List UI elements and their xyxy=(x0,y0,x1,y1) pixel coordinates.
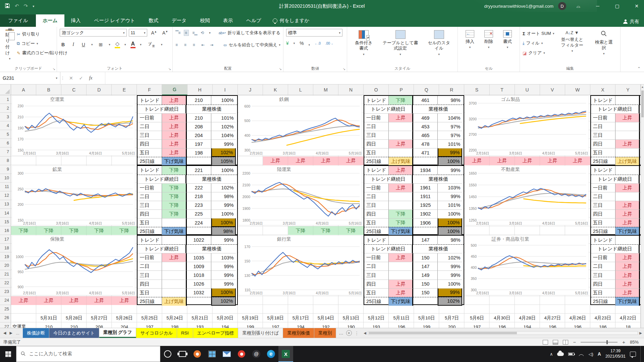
edge-icon[interactable]: e xyxy=(264,346,278,362)
sheet-tab-業種別[interactable]: 業種別 xyxy=(314,328,336,338)
font-dialog-launcher-icon[interactable]: ↘ xyxy=(168,67,171,71)
row27-label[interactable]: 空運業 xyxy=(11,322,36,328)
date-cell[interactable]: 5月10日 xyxy=(414,314,439,322)
strip-cell-下降[interactable]: 下降 xyxy=(87,226,112,235)
cell[interactable]: 100% xyxy=(211,209,236,218)
cell[interactable]: 四日 xyxy=(364,280,389,288)
share-button[interactable]: 共有 xyxy=(623,18,639,25)
cell[interactable]: 上昇 xyxy=(615,288,640,297)
cell[interactable]: 上昇 xyxy=(162,253,186,262)
cell[interactable]: 業種株価 xyxy=(413,175,464,183)
cell[interactable]: 一日前 xyxy=(138,183,162,192)
cell[interactable] xyxy=(615,236,640,244)
cell[interactable]: 471 xyxy=(413,148,438,157)
decrease-font-icon[interactable]: A▼ xyxy=(161,30,170,36)
cell[interactable]: 一日前 xyxy=(364,253,389,262)
cell[interactable]: 469 xyxy=(413,113,438,122)
cell[interactable]: 1009 xyxy=(187,262,211,270)
page-break-view-icon[interactable] xyxy=(563,340,568,345)
trend-table-不動産業[interactable]: トレンドトレンド継続日業種株価一日前上昇二日三日上昇四日上昇五日上昇25日線下げ… xyxy=(590,165,644,235)
cell[interactable]: 上昇 xyxy=(615,201,640,209)
battery-icon[interactable] xyxy=(568,353,574,356)
account-email[interactable]: dryyourtearswithlove1@gmail.com xyxy=(484,4,553,9)
date-cell[interactable]: 5月25日 xyxy=(137,314,162,322)
cell[interactable]: トレンド継続日 xyxy=(364,105,413,113)
cell[interactable]: 上昇 xyxy=(615,139,640,148)
clear-button[interactable]: ◪クリア▾ xyxy=(523,49,554,57)
date-cell[interactable]: 5月7日 xyxy=(439,314,464,322)
cell[interactable]: 下降 xyxy=(162,166,186,175)
cell[interactable] xyxy=(413,297,438,306)
cell[interactable]: 二日 xyxy=(364,122,389,131)
cell[interactable]: 204 xyxy=(187,131,211,139)
ime-mode[interactable]: A xyxy=(598,351,601,357)
cell[interactable]: 五日 xyxy=(591,148,615,157)
column-header-E[interactable]: E xyxy=(112,84,137,95)
show-desktop-button[interactable] xyxy=(640,346,642,362)
cell[interactable]: 上昇 xyxy=(615,113,640,122)
cell[interactable]: 100% xyxy=(211,218,236,227)
cell[interactable]: 197 xyxy=(187,139,211,148)
cell[interactable]: 三日 xyxy=(591,131,615,139)
value-cell[interactable]: 204 xyxy=(112,322,137,328)
cell[interactable]: 99% xyxy=(438,288,462,297)
row-header-18[interactable]: 18 xyxy=(0,244,11,252)
minimize-button[interactable]: ─ xyxy=(590,0,605,12)
cell[interactable]: 1035 xyxy=(187,253,211,262)
cell[interactable]: 上昇 xyxy=(615,218,640,227)
cell[interactable]: 四日 xyxy=(138,280,162,288)
column-header-W[interactable]: W xyxy=(565,84,590,95)
cell[interactable]: 25日線 xyxy=(364,227,389,236)
font-name-select[interactable]: 游ゴシック▾ xyxy=(60,29,127,37)
row-header-26[interactable]: 26 xyxy=(0,314,11,322)
sheet-tab-エンベロープ指標[interactable]: エンベロープ指標 xyxy=(193,328,238,338)
new-sheet-button[interactable]: + xyxy=(346,330,352,336)
cell[interactable]: 上昇 xyxy=(389,113,413,122)
cell[interactable]: 下げ気味 xyxy=(615,227,640,236)
align-right-icon[interactable]: ≡ xyxy=(193,43,198,47)
cell[interactable]: 一日前 xyxy=(591,113,615,122)
cell[interactable] xyxy=(615,131,640,139)
cell-styles-button[interactable]: セルのスタイル▾ xyxy=(423,29,455,65)
cell[interactable] xyxy=(162,236,186,244)
chart-ゴム製品[interactable]: 3700320027002200ゴム製品2月16日3月16日4月16日5月16日 xyxy=(465,96,588,156)
cell[interactable]: 98% xyxy=(438,96,462,105)
cell[interactable]: 98% xyxy=(438,236,462,244)
cell[interactable]: 上昇 xyxy=(389,166,413,175)
strip-cell-上昇[interactable]: 上昇 xyxy=(515,157,540,165)
strip-cell-上昇[interactable]: 上昇 xyxy=(11,296,36,305)
cell[interactable] xyxy=(615,122,640,131)
cell[interactable]: 下降 xyxy=(162,183,186,192)
cell[interactable]: 99% xyxy=(438,270,462,279)
cell[interactable]: トレンド継続日 xyxy=(591,244,640,253)
page-layout-view-icon[interactable] xyxy=(553,340,558,345)
column-header-P[interactable]: P xyxy=(389,84,414,95)
strip-cell-上昇[interactable]: 上昇 xyxy=(338,157,364,165)
collapse-ribbon-icon[interactable]: ⌃ xyxy=(637,66,641,71)
row-header-27[interactable]: 27 xyxy=(0,322,11,328)
row-header-2[interactable]: 2 xyxy=(0,104,11,113)
cell[interactable]: 上昇 xyxy=(162,122,186,131)
redo-icon[interactable]: ↷ xyxy=(24,3,28,9)
value-cell[interactable]: 196 xyxy=(540,322,565,328)
cell[interactable]: 224 xyxy=(187,218,211,227)
cell[interactable]: 99% xyxy=(438,166,462,175)
cell[interactable]: 101% xyxy=(438,201,462,209)
cell[interactable]: 25日線 xyxy=(591,157,615,166)
column-header-Y[interactable]: Y xyxy=(615,84,641,95)
trend-table-鉄鋼[interactable]: トレンド下降46198%トレンド継続日業種株価一日前上昇469104%二日453… xyxy=(364,95,464,165)
cell[interactable]: 101% xyxy=(211,113,236,122)
cell[interactable]: 25日線 xyxy=(138,157,162,166)
cell[interactable]: 五日 xyxy=(364,148,389,157)
at-app-icon[interactable]: @ xyxy=(249,346,264,362)
sheet-nav-left-icon[interactable]: ◀ xyxy=(3,331,6,335)
row-header-12[interactable]: 12 xyxy=(0,191,11,200)
cell[interactable]: 一日前 xyxy=(591,183,615,192)
value-cell[interactable]: 208 xyxy=(87,322,112,328)
row-header-1[interactable]: 1 xyxy=(0,95,11,104)
vertical-scroll-thumb[interactable] xyxy=(641,90,644,117)
cell[interactable]: 97% xyxy=(438,131,462,139)
tab-ヘルプ[interactable]: ヘルプ xyxy=(239,14,268,27)
row-header-6[interactable]: 6 xyxy=(0,139,11,147)
cell[interactable]: 五日 xyxy=(364,218,389,227)
